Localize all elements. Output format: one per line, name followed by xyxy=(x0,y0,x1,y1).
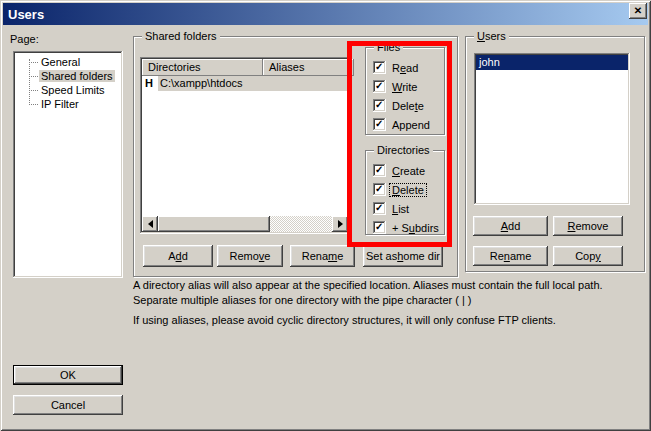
dirs-subdirs-checkbox[interactable]: ✓+ Subdirs xyxy=(373,218,442,237)
directories-group: Directories ✓Create✓Delete✓List✓+ Subdir… xyxy=(365,150,445,235)
dirs-delete-checkbox[interactable]: ✓Delete xyxy=(373,180,442,199)
users-list[interactable]: john xyxy=(474,53,630,205)
alias-help-text: A directory alias will also appear at th… xyxy=(133,278,648,308)
cancel-button[interactable]: Cancel xyxy=(13,395,123,415)
directory-path: C:\xampp\htdocs xyxy=(158,76,348,91)
arrow-right-icon xyxy=(338,220,347,228)
cyclic-help-text: If using aliases, please avoid cyclic di… xyxy=(133,313,648,328)
users-copy-button[interactable]: Copy xyxy=(553,246,623,266)
checkbox-checked-icon[interactable]: ✓ xyxy=(373,118,386,131)
files-group: Files ✓Read✓Write✓Delete✓Append xyxy=(365,47,445,135)
horizontal-scrollbar[interactable] xyxy=(142,216,348,232)
close-icon: ✕ xyxy=(634,6,642,16)
files-append-checkbox[interactable]: ✓Append xyxy=(373,115,442,134)
checkmark-icon: ✓ xyxy=(375,60,383,73)
tree-branch-line xyxy=(29,62,38,63)
window-title: Users xyxy=(3,7,44,22)
tree-branch-line xyxy=(29,90,38,91)
files-write-label: Write xyxy=(390,81,419,93)
page-item-label: Shared folders xyxy=(39,70,115,82)
checkbox-checked-icon[interactable]: ✓ xyxy=(373,80,386,93)
page-item-ip-filter[interactable]: IP Filter xyxy=(13,97,123,111)
scrollbar-thumb[interactable] xyxy=(158,216,270,232)
column-header-filler xyxy=(348,59,354,76)
files-group-label: Files xyxy=(374,41,403,54)
shared-add-button[interactable]: Add xyxy=(143,245,213,267)
directories-group-label: Directories xyxy=(374,144,433,157)
table-body: HC:\xampp\htdocs xyxy=(142,76,348,216)
checkmark-icon: ✓ xyxy=(375,220,383,233)
page-item-label: Speed Limits xyxy=(39,84,107,96)
users-rename-button[interactable]: Rename xyxy=(473,246,548,266)
dirs-subdirs-label: + Subdirs xyxy=(390,222,441,234)
close-button[interactable]: ✕ xyxy=(629,3,647,19)
shared-folders-table: DirectoriesAliases HC:\xampp\htdocs xyxy=(140,57,350,234)
scroll-left-button[interactable] xyxy=(142,216,158,232)
files-delete-checkbox[interactable]: ✓Delete xyxy=(373,96,442,115)
files-delete-label: Delete xyxy=(390,100,426,112)
column-header-directories[interactable]: Directories xyxy=(142,59,263,76)
dirs-create-label: Create xyxy=(390,165,427,177)
users-dialog: Users ✕ Page: GeneralShared foldersSpeed… xyxy=(0,0,651,431)
page-item-label: IP Filter xyxy=(39,98,81,110)
page-item-speed-limits[interactable]: Speed Limits xyxy=(13,83,123,97)
shared-set-as-home-dir-button[interactable]: Set as home dir xyxy=(363,245,443,267)
home-dir-marker: H xyxy=(145,76,153,91)
files-read-checkbox[interactable]: ✓Read xyxy=(373,58,442,77)
shared-folders-group-label: Shared folders xyxy=(142,30,220,43)
files-write-checkbox[interactable]: ✓Write xyxy=(373,77,442,96)
checkbox-checked-icon[interactable]: ✓ xyxy=(373,164,386,177)
dirs-delete-label: Delete xyxy=(390,184,426,196)
ok-button[interactable]: OK xyxy=(13,365,123,385)
users-group-label: Users xyxy=(474,30,509,43)
checkmark-icon: ✓ xyxy=(375,163,383,176)
column-header-aliases[interactable]: Aliases xyxy=(263,59,348,76)
scroll-right-button[interactable] xyxy=(332,216,348,232)
user-list-item[interactable]: john xyxy=(476,55,628,70)
dirs-list-label: List xyxy=(390,203,411,215)
page-label: Page: xyxy=(10,33,39,45)
dirs-list-checkbox[interactable]: ✓List xyxy=(373,199,442,218)
checkbox-checked-icon[interactable]: ✓ xyxy=(373,99,386,112)
files-append-label: Append xyxy=(390,119,432,131)
checkbox-checked-icon[interactable]: ✓ xyxy=(373,221,386,234)
arrow-left-icon xyxy=(144,220,153,228)
page-item-general[interactable]: General xyxy=(13,55,123,69)
users-add-button[interactable]: Add xyxy=(473,216,548,236)
dirs-create-checkbox[interactable]: ✓Create xyxy=(373,161,442,180)
shared-remove-button[interactable]: Remove xyxy=(217,245,283,267)
users-remove-button[interactable]: Remove xyxy=(553,216,623,236)
checkmark-icon: ✓ xyxy=(375,117,383,130)
files-read-label: Read xyxy=(390,62,420,74)
checkmark-icon: ✓ xyxy=(375,79,383,92)
checkmark-icon: ✓ xyxy=(375,182,383,195)
titlebar[interactable]: Users xyxy=(3,3,648,25)
tree-branch-line xyxy=(29,76,38,77)
scrollbar-track[interactable] xyxy=(270,216,332,232)
shared-rename-button[interactable]: Rename xyxy=(290,245,355,267)
checkmark-icon: ✓ xyxy=(375,201,383,214)
tree-branch-line xyxy=(29,104,38,105)
table-header: DirectoriesAliases xyxy=(142,59,348,76)
directory-row[interactable]: HC:\xampp\htdocs xyxy=(142,76,348,92)
page-item-label: General xyxy=(39,56,82,68)
checkbox-checked-icon[interactable]: ✓ xyxy=(373,61,386,74)
checkmark-icon: ✓ xyxy=(375,98,383,111)
checkbox-checked-icon[interactable]: ✓ xyxy=(373,183,386,196)
checkbox-checked-icon[interactable]: ✓ xyxy=(373,202,386,215)
page-list: GeneralShared foldersSpeed LimitsIP Filt… xyxy=(13,51,123,278)
page-item-shared-folders[interactable]: Shared folders xyxy=(13,69,123,83)
